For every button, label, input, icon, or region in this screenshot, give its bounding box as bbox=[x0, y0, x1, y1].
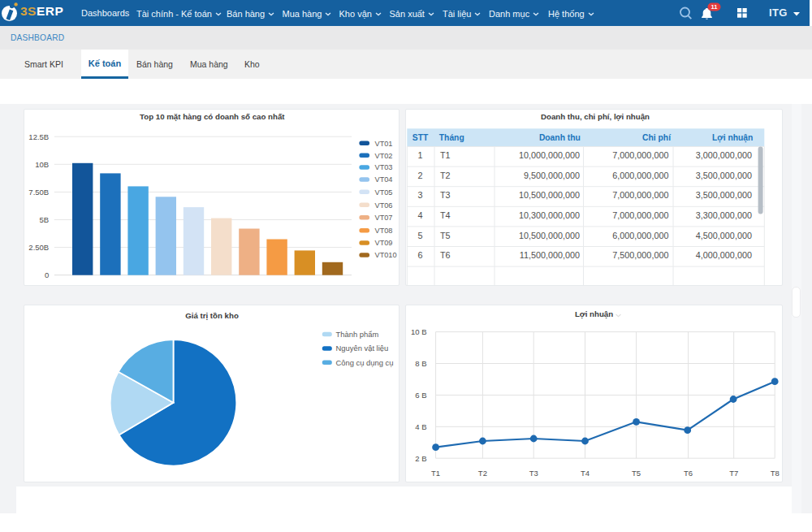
svg-text:7,000,000,000: 7,000,000,000 bbox=[612, 210, 668, 220]
svg-text:Lợi nhuận: Lợi nhuận bbox=[575, 309, 613, 318]
svg-text:VT03: VT03 bbox=[375, 163, 393, 171]
svg-text:6: 6 bbox=[417, 250, 422, 260]
svg-text:6,000,000,000: 6,000,000,000 bbox=[612, 170, 668, 179]
svg-text:10 B: 10 B bbox=[411, 327, 427, 336]
svg-text:12.5B: 12.5B bbox=[28, 132, 49, 141]
svg-text:Giá trị tồn kho: Giá trị tồn kho bbox=[185, 311, 239, 320]
svg-text:11: 11 bbox=[711, 3, 718, 11]
svg-text:VT09: VT09 bbox=[375, 239, 393, 247]
svg-text:10,000,000,000: 10,000,000,000 bbox=[519, 150, 580, 160]
svg-text:T5: T5 bbox=[440, 230, 451, 240]
svg-text:Công cụ dụng cụ: Công cụ dụng cụ bbox=[336, 358, 394, 367]
svg-text:VT010: VT010 bbox=[375, 251, 397, 259]
svg-text:Doanh thu, chi phí, lợi nhuận: Doanh thu, chi phí, lợi nhuận bbox=[541, 112, 650, 121]
svg-text:T7: T7 bbox=[729, 469, 738, 478]
svg-text:11,500,000,000: 11,500,000,000 bbox=[520, 250, 580, 260]
svg-text:T1: T1 bbox=[440, 150, 451, 160]
svg-text:VT01: VT01 bbox=[375, 139, 393, 147]
svg-text:Chi phí: Chi phí bbox=[642, 133, 672, 142]
svg-text:10B: 10B bbox=[35, 159, 49, 168]
svg-text:T8: T8 bbox=[771, 469, 780, 478]
svg-text:Doanh thu: Doanh thu bbox=[539, 133, 581, 142]
svg-text:9,500,000,000: 9,500,000,000 bbox=[524, 170, 580, 179]
svg-text:VT05: VT05 bbox=[375, 188, 393, 196]
svg-text:Tháng: Tháng bbox=[439, 133, 464, 142]
svg-text:Thành phẩm: Thành phẩm bbox=[336, 330, 379, 339]
svg-text:4,000,000,000: 4,000,000,000 bbox=[696, 250, 752, 260]
svg-text:T2: T2 bbox=[478, 469, 487, 478]
svg-text:T6: T6 bbox=[440, 250, 451, 260]
svg-text:2: 2 bbox=[417, 170, 422, 179]
svg-text:T5: T5 bbox=[632, 469, 641, 478]
svg-text:3,000,000,000: 3,000,000,000 bbox=[696, 150, 752, 160]
svg-text:6,000,000,000: 6,000,000,000 bbox=[612, 230, 668, 240]
svg-text:VT07: VT07 bbox=[375, 214, 393, 222]
svg-text:T3: T3 bbox=[529, 469, 538, 478]
svg-text:VT08: VT08 bbox=[375, 227, 393, 235]
svg-text:T4: T4 bbox=[440, 210, 451, 220]
svg-text:3,300,000,000: 3,300,000,000 bbox=[696, 210, 752, 220]
svg-text:3,500,000,000: 3,500,000,000 bbox=[696, 190, 752, 200]
svg-text:T2: T2 bbox=[440, 170, 451, 179]
svg-text:1: 1 bbox=[417, 150, 422, 160]
svg-text:VT04: VT04 bbox=[375, 175, 393, 184]
svg-text:10,500,000,000: 10,500,000,000 bbox=[519, 190, 580, 200]
svg-text:7.50B: 7.50B bbox=[28, 187, 49, 196]
svg-text:VT02: VT02 bbox=[375, 151, 393, 159]
svg-text:3: 3 bbox=[417, 190, 422, 200]
svg-text:3,500,000,000: 3,500,000,000 bbox=[696, 170, 752, 179]
svg-text:Top 10 mặt hàng có doanh số ca: Top 10 mặt hàng có doanh số cao nhất bbox=[140, 112, 285, 121]
svg-text:7,000,000,000: 7,000,000,000 bbox=[612, 150, 668, 160]
svg-text:4 B: 4 B bbox=[415, 422, 426, 431]
svg-text:2.50B: 2.50B bbox=[28, 243, 49, 252]
svg-text:7,500,000,000: 7,500,000,000 bbox=[612, 250, 668, 260]
svg-text:4,500,000,000: 4,500,000,000 bbox=[696, 230, 752, 240]
svg-text:8 B: 8 B bbox=[415, 359, 426, 368]
svg-text:5B: 5B bbox=[40, 214, 50, 223]
svg-text:T4: T4 bbox=[581, 469, 590, 478]
svg-text:STT: STT bbox=[412, 133, 429, 142]
svg-text:5: 5 bbox=[417, 230, 422, 240]
svg-text:2 B: 2 B bbox=[415, 454, 426, 463]
svg-text:7,000,000,000: 7,000,000,000 bbox=[612, 190, 668, 200]
svg-text:10,500,000,000: 10,500,000,000 bbox=[519, 230, 580, 240]
svg-text:0: 0 bbox=[45, 270, 49, 279]
svg-text:10,300,000,000: 10,300,000,000 bbox=[519, 210, 580, 220]
svg-text:Nguyên vật liệu: Nguyên vật liệu bbox=[336, 344, 389, 353]
svg-text:VT06: VT06 bbox=[375, 201, 393, 209]
svg-text:6 B: 6 B bbox=[415, 391, 426, 400]
svg-text:4: 4 bbox=[417, 210, 422, 220]
svg-text:Lợi nhuận: Lợi nhuận bbox=[712, 133, 753, 143]
svg-text:T3: T3 bbox=[440, 190, 451, 200]
svg-text:T6: T6 bbox=[684, 469, 693, 478]
svg-text:T1: T1 bbox=[431, 469, 440, 478]
